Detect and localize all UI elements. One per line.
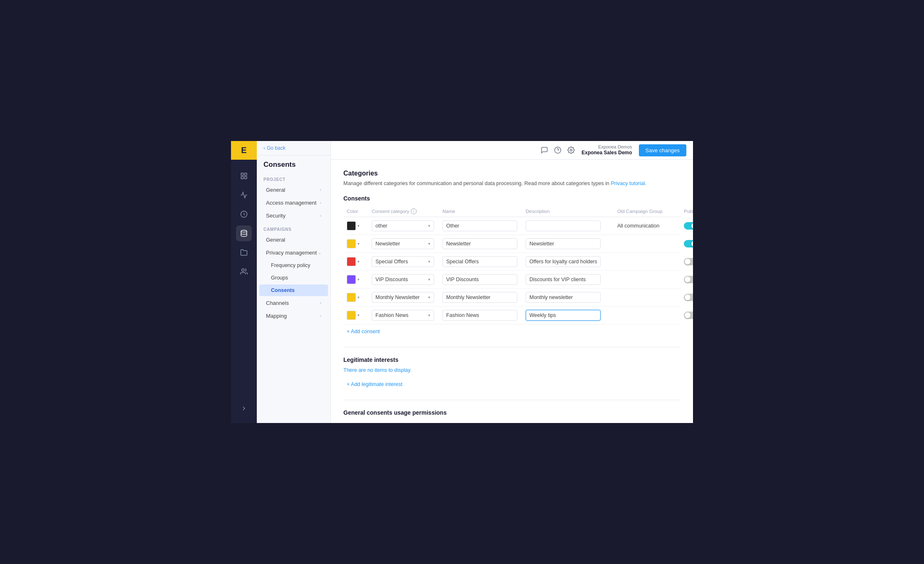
add-legitimate-interest-button[interactable]: + Add legitimate interest (343, 377, 406, 391)
nav-campaigns-icon[interactable] (236, 187, 252, 203)
name-input-3[interactable] (442, 274, 517, 285)
color-dropdown-arrow-5[interactable]: ▾ (358, 313, 360, 317)
sidebar-item-campaign-general[interactable]: General (259, 234, 328, 246)
color-picker-0[interactable]: ▾ (347, 221, 372, 230)
save-changes-button[interactable]: Save changes (639, 144, 686, 156)
color-picker-3[interactable]: ▾ (347, 275, 372, 284)
sidebar-item-label: Access management (266, 200, 316, 206)
chevron-right-icon: › (320, 301, 321, 305)
table-row: ▾ Newsletter ▾ › (343, 235, 681, 253)
add-consent-button[interactable]: + Add consent (343, 324, 383, 339)
sidebar-item-access-management[interactable]: Access management › (259, 197, 328, 209)
name-input-2[interactable] (442, 256, 517, 267)
main-area: Exponea Demos Exponea Sales Demo Save ch… (331, 141, 693, 423)
color-swatch-5[interactable] (347, 311, 356, 320)
public-api-toggle-5[interactable] (684, 312, 693, 319)
table-row: ▾ Special Offers ▾ › (343, 253, 681, 271)
svg-rect-3 (245, 177, 247, 179)
nav-files-icon[interactable] (236, 245, 252, 260)
color-swatch-0[interactable] (347, 221, 356, 230)
sidebar-item-project-general[interactable]: General › (259, 184, 328, 196)
public-api-toggle-0[interactable] (684, 222, 693, 230)
nav-users-icon[interactable] (236, 264, 252, 280)
sidebar-item-channels[interactable]: Channels › (259, 297, 328, 309)
categories-title: Categories (343, 170, 681, 177)
table-header: Color Consent category i Name Descriptio… (343, 206, 681, 217)
sidebar-item-frequency-policy[interactable]: Frequency policy (259, 260, 328, 271)
public-api-toggle-2[interactable] (684, 258, 693, 265)
color-dropdown-arrow-2[interactable]: ▾ (358, 260, 360, 264)
legitimate-title: Legitimate interests (343, 356, 681, 363)
sidebar-item-label: General (266, 237, 285, 243)
help-icon[interactable] (554, 146, 561, 154)
category-select-4[interactable]: Monthly Newsletter ▾ (372, 292, 434, 303)
sidebar-item-label: Consents (271, 287, 295, 293)
legitimate-interests-section: Legitimate interests There are no items … (343, 347, 681, 391)
nav-data-icon[interactable] (236, 225, 252, 241)
project-section-label: PROJECT (257, 172, 330, 183)
sidebar-item-privacy-management[interactable]: Privacy management ⌄ (259, 247, 328, 259)
sidebar-item-security[interactable]: Security › (259, 210, 328, 222)
table-row: ▾ VIP Discounts ▾ › (343, 271, 681, 289)
name-input-1[interactable] (442, 238, 517, 249)
public-api-toggle-4[interactable] (684, 294, 693, 301)
color-picker-5[interactable]: ▾ (347, 311, 372, 320)
back-button[interactable]: ‹ Go back (257, 141, 330, 156)
color-swatch-1[interactable] (347, 239, 356, 248)
name-input-5[interactable] (442, 310, 517, 321)
top-bar: Exponea Demos Exponea Sales Demo Save ch… (331, 141, 693, 160)
color-picker-1[interactable]: ▾ (347, 239, 372, 248)
sidebar-item-groups[interactable]: Groups (259, 272, 328, 284)
col-color: Color (347, 208, 372, 214)
nav-reports-icon[interactable] (236, 206, 252, 222)
sidebar-expand-icon[interactable] (236, 401, 252, 416)
consent-category-info-icon[interactable]: i (411, 208, 417, 214)
categories-desc: Manage different categories for communic… (343, 180, 681, 188)
general-consents-title: General consents usage permissions (343, 409, 681, 416)
svg-rect-2 (241, 177, 243, 179)
description-input-5[interactable] (526, 310, 601, 321)
color-picker-4[interactable]: ▾ (347, 293, 372, 302)
description-input-2[interactable] (526, 256, 601, 267)
chevron-right-icon: › (320, 314, 321, 318)
color-dropdown-arrow-0[interactable]: ▾ (358, 224, 360, 228)
category-select-2[interactable]: Special Offers ▾ (372, 256, 434, 267)
chat-icon[interactable] (541, 146, 548, 154)
color-swatch-3[interactable] (347, 275, 356, 284)
sidebar-item-label: Groups (271, 275, 288, 281)
sidebar-item-label: Channels (266, 300, 289, 306)
privacy-tutorial-link[interactable]: Privacy tutorial. (611, 181, 646, 186)
col-consent-category: Consent category i (372, 208, 442, 214)
public-api-toggle-1[interactable] (684, 240, 693, 247)
svg-point-9 (570, 149, 572, 151)
color-dropdown-arrow-1[interactable]: ▾ (358, 242, 360, 246)
name-input-4[interactable] (442, 292, 517, 303)
sidebar-item-mapping[interactable]: Mapping › (259, 310, 328, 322)
category-select-1[interactable]: Newsletter ▾ (372, 238, 434, 249)
col-name: Name (442, 208, 526, 214)
name-input-0[interactable] (442, 220, 517, 231)
color-picker-2[interactable]: ▾ (347, 257, 372, 266)
description-input-4[interactable] (526, 292, 601, 303)
color-dropdown-arrow-4[interactable]: ▾ (358, 295, 360, 299)
sidebar-item-consents[interactable]: Consents (259, 284, 328, 296)
settings-icon[interactable] (567, 146, 575, 154)
public-api-toggle-3[interactable] (684, 276, 693, 283)
color-swatch-4[interactable] (347, 293, 356, 302)
description-input-3[interactable] (526, 274, 601, 285)
description-input-0[interactable] (526, 220, 601, 231)
category-select-0[interactable]: other ▾ (372, 220, 434, 231)
color-swatch-2[interactable] (347, 257, 356, 266)
svg-point-5 (241, 230, 247, 233)
color-dropdown-arrow-3[interactable]: ▾ (358, 277, 360, 282)
chevron-right-icon: › (320, 188, 321, 192)
page-title: Consents (257, 156, 330, 172)
category-select-5[interactable]: Fashion News ▾ (372, 310, 434, 321)
category-select-3[interactable]: VIP Discounts ▾ (372, 274, 434, 285)
chevron-down-icon: ⌄ (318, 250, 321, 255)
logo[interactable]: E (231, 141, 257, 160)
user-info: Exponea Demos Exponea Sales Demo (581, 144, 632, 156)
description-input-1[interactable] (526, 238, 601, 249)
nav-analytics-icon[interactable] (236, 168, 252, 184)
col-old-campaign-group: Old Campaign Group (617, 208, 684, 214)
